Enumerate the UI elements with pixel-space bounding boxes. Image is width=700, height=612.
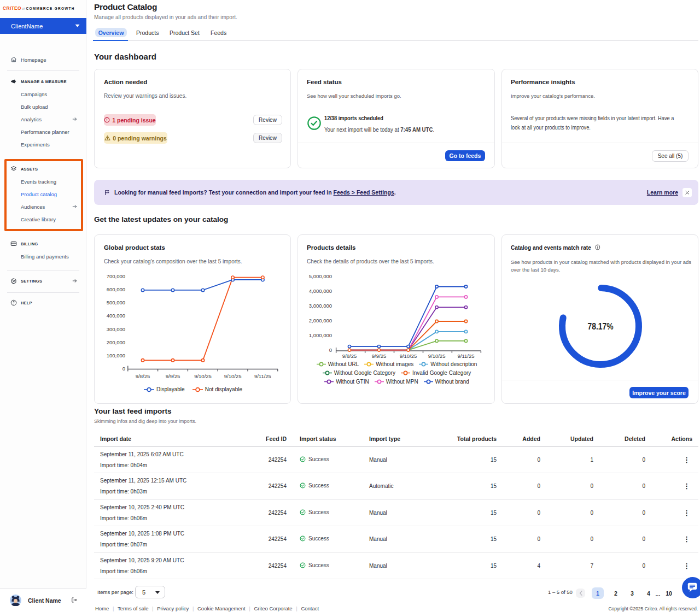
svg-text:0: 0 [122, 366, 125, 372]
svg-text:9/9/25: 9/9/25 [372, 353, 386, 359]
svg-text:5,000,000: 5,000,000 [309, 273, 332, 279]
svg-text:2,000,000: 2,000,000 [309, 317, 332, 323]
svg-text:78.17%: 78.17% [588, 321, 614, 332]
svg-text:3,000,000: 3,000,000 [309, 303, 332, 309]
svg-text:200,000: 200,000 [107, 339, 125, 345]
svg-text:9/8/25: 9/8/25 [342, 353, 357, 359]
svg-text:600,000: 600,000 [107, 286, 125, 292]
svg-text:9/9/25: 9/9/25 [166, 373, 180, 379]
svg-text:9/11/25: 9/11/25 [458, 353, 475, 359]
svg-text:700,000: 700,000 [107, 273, 125, 279]
svg-text:9/10/25: 9/10/25 [428, 353, 446, 359]
svg-text:0: 0 [329, 347, 332, 353]
svg-text:9/11/25: 9/11/25 [254, 373, 271, 379]
svg-text:9/10/25: 9/10/25 [224, 373, 242, 379]
svg-text:400,000: 400,000 [107, 313, 125, 319]
svg-text:9/8/25: 9/8/25 [136, 373, 150, 379]
svg-text:9/10/25: 9/10/25 [400, 353, 417, 359]
svg-text:100,000: 100,000 [107, 352, 125, 358]
svg-text:9/10/25: 9/10/25 [194, 373, 212, 379]
svg-text:500,000: 500,000 [107, 299, 125, 305]
svg-text:1,000,000: 1,000,000 [309, 332, 332, 338]
svg-text:300,000: 300,000 [107, 326, 125, 332]
svg-text:4,000,000: 4,000,000 [309, 288, 332, 294]
